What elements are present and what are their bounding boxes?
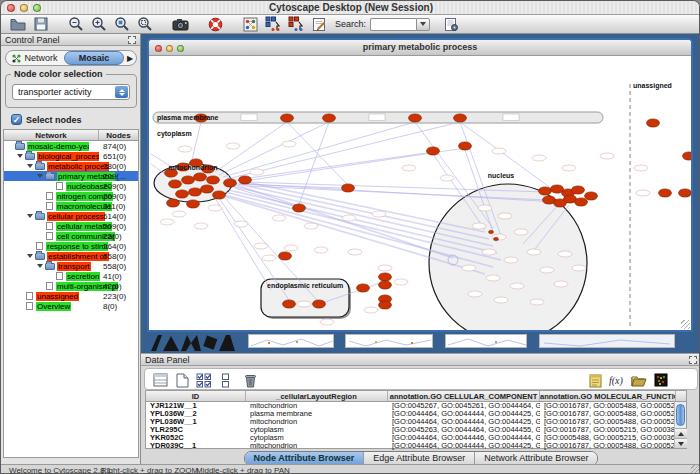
graph-node[interactable] bbox=[176, 190, 189, 198]
tree-item[interactable]: cell communicat22(0) bbox=[4, 231, 138, 241]
tree-item[interactable]: metabolic process280(0) bbox=[4, 161, 138, 171]
float-panel-icon[interactable] bbox=[128, 36, 136, 44]
graph-node[interactable] bbox=[342, 184, 355, 192]
graph-node[interactable] bbox=[313, 300, 326, 308]
tree-item[interactable]: secretion41(0) bbox=[4, 271, 138, 281]
tree-item[interactable]: primary metabo209(... bbox=[4, 171, 138, 181]
background-window-preview[interactable] bbox=[345, 334, 433, 348]
expand-triangle-icon[interactable] bbox=[27, 164, 33, 168]
table-row[interactable]: YKR052Ccytoplasm[GO:0044464, GO:0044446,… bbox=[146, 434, 686, 442]
graph-node[interactable] bbox=[454, 114, 467, 122]
tab-network[interactable]: Network bbox=[6, 51, 64, 65]
graph-node[interactable] bbox=[182, 176, 195, 184]
tree-item[interactable]: transport558(0) bbox=[4, 261, 138, 271]
table-scrollbar[interactable] bbox=[674, 402, 686, 448]
graph-node-small[interactable] bbox=[488, 230, 493, 234]
tree-item[interactable]: mosaic-demo-yeast874(0) bbox=[4, 141, 138, 151]
graph-node[interactable] bbox=[357, 284, 370, 292]
tree-item[interactable]: unassigned223(0) bbox=[4, 291, 138, 301]
background-window-preview[interactable] bbox=[445, 334, 527, 348]
graph-node[interactable] bbox=[187, 200, 200, 208]
graph-node[interactable] bbox=[575, 198, 588, 206]
expand-triangle-icon[interactable] bbox=[17, 154, 23, 158]
graph-node[interactable] bbox=[379, 301, 392, 309]
tree-item[interactable]: nitrogen compo209(0) bbox=[4, 191, 138, 201]
window-resize-grip[interactable] bbox=[681, 320, 690, 329]
tree-item[interactable]: multi-organism pro42(0) bbox=[4, 281, 138, 291]
tree-item[interactable]: Overview8(0) bbox=[4, 301, 138, 311]
tab-mosaic[interactable]: Mosaic bbox=[64, 51, 124, 65]
graph-node[interactable] bbox=[539, 187, 552, 195]
zoom-in-icon[interactable] bbox=[90, 16, 108, 33]
scroll-up-icon[interactable] bbox=[675, 428, 687, 438]
annotation-icon[interactable] bbox=[310, 16, 328, 33]
select-nodes-checkbox[interactable]: ✓ bbox=[11, 114, 22, 125]
graph-node[interactable] bbox=[459, 142, 472, 150]
node-color-dropdown[interactable]: transporter activity bbox=[12, 84, 130, 100]
tree-item[interactable]: establishment of lo558(0) bbox=[4, 251, 138, 261]
tree-item[interactable]: nucleobase-209(0) bbox=[4, 181, 138, 191]
network-window-titlebar[interactable]: primary metabolic process bbox=[149, 40, 691, 56]
zoom-fit-icon[interactable] bbox=[136, 16, 154, 33]
scroll-down-icon[interactable] bbox=[675, 438, 687, 448]
graph-node[interactable] bbox=[283, 300, 296, 308]
graph-node[interactable] bbox=[281, 114, 294, 122]
graph-node[interactable] bbox=[679, 189, 692, 197]
table-row[interactable]: YJR121W__1mitochondrion[GO:0045267, GO:0… bbox=[146, 402, 686, 410]
graph-node[interactable] bbox=[683, 152, 692, 160]
table-row[interactable]: YPL036W__2plasma membrane[GO:0044464, GO… bbox=[146, 410, 686, 418]
search-options-icon[interactable] bbox=[442, 16, 460, 33]
graph-node[interactable] bbox=[659, 189, 672, 197]
import-attributes-icon[interactable] bbox=[630, 371, 648, 389]
graph-node[interactable] bbox=[279, 252, 292, 260]
float-panel-icon[interactable] bbox=[689, 356, 697, 364]
background-window-preview[interactable] bbox=[539, 334, 675, 348]
attribute-table-icon[interactable] bbox=[151, 371, 169, 389]
search-dropdown-button[interactable] bbox=[416, 18, 430, 31]
app-resize-grip[interactable] bbox=[691, 465, 700, 474]
heatmap-icon[interactable] bbox=[652, 371, 670, 389]
formula-builder-icon[interactable]: f(x) bbox=[608, 371, 626, 389]
graph-node[interactable] bbox=[201, 185, 214, 193]
tree-item[interactable]: response to stimulu264(0) bbox=[4, 241, 138, 251]
select-attributes-icon[interactable] bbox=[195, 371, 213, 389]
graph-node[interactable] bbox=[585, 192, 598, 200]
new-attribute-icon[interactable] bbox=[173, 371, 191, 389]
network-canvas[interactable]: plasma membranecytoplasmmitochondrionnuc… bbox=[149, 56, 691, 330]
tab-overflow-arrow[interactable]: ▶ bbox=[124, 54, 136, 63]
table-column-header[interactable]: annotation.GO CELLULAR_COMPONENT bbox=[388, 391, 540, 401]
network-overview-icon[interactable] bbox=[241, 16, 259, 33]
graph-node[interactable] bbox=[224, 179, 237, 187]
graph-node[interactable] bbox=[213, 191, 226, 199]
graph-node-small[interactable] bbox=[493, 237, 498, 241]
table-column-header[interactable]: _cellularLayoutRegion bbox=[246, 391, 388, 401]
graph-node[interactable] bbox=[167, 199, 180, 207]
tree-item[interactable]: macromolecule311(0) bbox=[4, 201, 138, 211]
search-input[interactable] bbox=[370, 18, 416, 31]
expand-triangle-icon[interactable] bbox=[37, 174, 43, 178]
open-session-icon[interactable] bbox=[9, 16, 27, 33]
background-window-preview[interactable] bbox=[248, 334, 334, 348]
graph-node[interactable] bbox=[293, 204, 306, 212]
help-icon[interactable] bbox=[206, 16, 224, 33]
tree-item[interactable]: biological_process651(0) bbox=[4, 151, 138, 161]
delete-attribute-icon[interactable] bbox=[241, 371, 259, 389]
control-panel-header[interactable]: Control Panel bbox=[1, 34, 140, 46]
save-session-icon[interactable] bbox=[32, 16, 50, 33]
graph-node[interactable] bbox=[189, 188, 202, 196]
graph-node[interactable] bbox=[647, 119, 660, 127]
graph-node[interactable] bbox=[194, 173, 207, 181]
graph-node[interactable] bbox=[427, 147, 440, 155]
layout-blue-icon[interactable] bbox=[264, 16, 282, 33]
expand-triangle-icon[interactable] bbox=[37, 264, 43, 268]
graph-node[interactable] bbox=[169, 180, 182, 188]
graph-node[interactable] bbox=[239, 176, 252, 184]
table-column-header[interactable]: ID bbox=[146, 391, 246, 401]
graph-node[interactable] bbox=[207, 176, 220, 184]
expand-triangle-icon[interactable] bbox=[27, 254, 33, 258]
unselect-attributes-icon[interactable] bbox=[217, 371, 235, 389]
table-row[interactable]: YPL036W__1mitochondrion[GO:0044464, GO:0… bbox=[146, 418, 686, 426]
snapshot-icon[interactable] bbox=[171, 16, 189, 33]
zoom-out-icon[interactable] bbox=[67, 16, 85, 33]
graph-node[interactable] bbox=[379, 273, 392, 281]
